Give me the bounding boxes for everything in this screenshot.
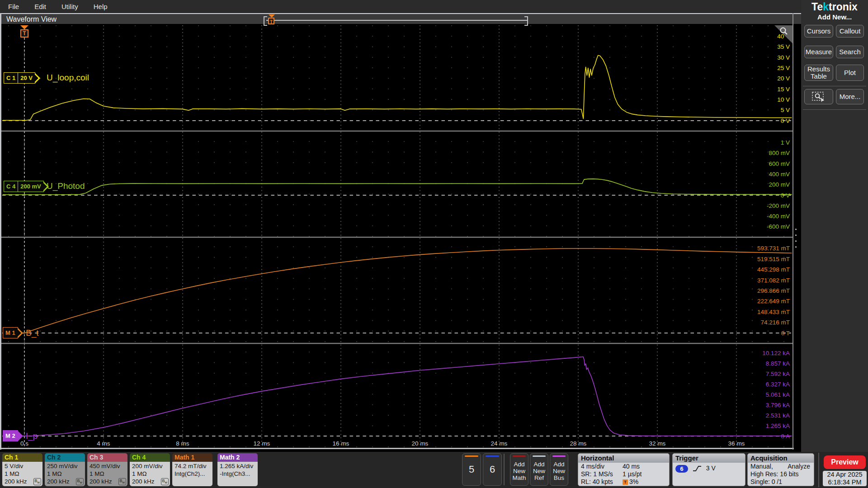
channel-settings-ch1[interactable]: Ch 15 V/div1 MΩ200 kHzBw — [2, 453, 42, 486]
y-tick-label: 371.082 mT — [757, 277, 790, 284]
channel-badge-c4[interactable]: C 4200 mV — [4, 181, 44, 192]
y-tick-label: 519.515 mT — [757, 256, 790, 263]
button-label: Add New Math — [512, 461, 526, 481]
channel-setting-row: 200 mV/div — [132, 462, 170, 470]
channel-setting-row: 250 mV/div — [47, 462, 85, 470]
horizontal-position-line — [266, 20, 527, 21]
sidebar-divider — [803, 86, 866, 86]
channel-settings-math2[interactable]: Math 21.265 kA/div-Intg(Ch3... — [217, 453, 258, 486]
acquisition-mode: High Res: 16 bits — [748, 470, 814, 478]
splitter-handle-dot[interactable] — [795, 240, 797, 242]
magnifier-icon — [779, 26, 789, 36]
channel-badge-m1[interactable]: M 1 — [3, 327, 18, 338]
bandwidth-limit-badge: Bw — [118, 478, 126, 485]
waveform-view-titlebar: Waveform View T — [0, 13, 801, 24]
trace-U_Photod — [3, 179, 792, 195]
waveform-graticule[interactable]: 40 V35 V30 V25 V20 V15 V10 V5 V0 V1 V800… — [0, 0, 868, 488]
channel-badge-id: C 1 — [4, 73, 18, 83]
plot-left-border — [0, 13, 1, 450]
y-tick-label: 20 V — [777, 75, 790, 82]
channel-badge-id: C 4 — [4, 181, 18, 192]
trigger-source-slot-5[interactable]: 5 — [462, 453, 481, 486]
sample-interval: 1 µs/pt — [623, 470, 642, 478]
y-tick-label: 7.592 kA — [766, 371, 790, 377]
channel-badge-m2[interactable]: M 2 — [3, 430, 18, 441]
channel-setting-row: 1 MΩ — [5, 470, 42, 478]
sidebar-divider — [803, 109, 866, 110]
menu-file[interactable]: File — [8, 3, 19, 10]
channel-setting-row: 1 MΩ — [90, 470, 127, 478]
y-tick-label: 15 V — [777, 86, 790, 93]
date-time-display[interactable]: 24 Apr 2025 6:18:34 PM — [823, 471, 867, 486]
preview-button[interactable]: Preview — [824, 455, 866, 469]
acquisition-panel[interactable]: Acquisition Manual, Analyze High Res: 16… — [747, 453, 814, 486]
channel-settings-ch3[interactable]: Ch 3450 mV/div1 MΩ200 kHzBw — [87, 453, 127, 486]
trigger-position-indicator[interactable]: T — [268, 14, 276, 25]
acquisition-panel-title: Acquisition — [748, 454, 814, 463]
settings-bar: Ch 15 V/div1 MΩ200 kHzBwCh 2250 mV/div1 … — [0, 452, 868, 488]
trigger-arrow-icon — [269, 14, 275, 18]
draw-a-box-zoom-corner[interactable] — [774, 25, 793, 43]
channel-scale: 200 mV — [18, 181, 43, 192]
trigger-panel[interactable]: Trigger 6 3 V — [672, 453, 745, 486]
y-tick-label: 222.649 mT — [757, 298, 790, 305]
splitter-handle-dot[interactable] — [795, 235, 797, 236]
x-tick-label: 4 ms — [97, 440, 110, 447]
record-view-right-bracket — [524, 16, 528, 26]
x-tick-label: 16 ms — [333, 440, 349, 447]
horizontal-panel[interactable]: Horizontal 4 ms/div40 ms SR: 1 MS/s1 µs/… — [578, 453, 670, 486]
y-tick-label: 10 V — [777, 96, 790, 103]
results-table-button[interactable]: Results Table — [804, 65, 833, 81]
channel-name: Math 2 — [217, 453, 258, 462]
channel-badge-c1[interactable]: C 120 V — [4, 72, 35, 84]
channel-settings-ch2[interactable]: Ch 2250 mV/div1 MΩ200 kHzBw — [45, 453, 85, 486]
menu-utility[interactable]: Utility — [61, 3, 78, 10]
measure-button[interactable]: Measure — [804, 46, 833, 58]
splitter-handle-dot[interactable] — [795, 229, 797, 230]
y-tick-label: 30 V — [777, 54, 790, 61]
x-tick-label: 12 ms — [254, 440, 270, 447]
area-zoom-button[interactable] — [804, 89, 833, 104]
menu-edit[interactable]: Edit — [34, 3, 46, 10]
trigger-source-badge: 6 — [675, 465, 688, 473]
x-tick-label: 32 ms — [649, 440, 666, 447]
add-new-ref-button[interactable]: Add New Ref — [530, 453, 548, 486]
trigger-level-marker[interactable]: T — [20, 25, 29, 39]
channel-name: Ch 3 — [87, 453, 127, 462]
y-tick-label: 593.731 mT — [757, 245, 790, 252]
trace-label-I_p: I_p — [26, 431, 38, 441]
more-button[interactable]: More... — [836, 89, 864, 104]
trigger-t-icon: T — [268, 18, 274, 24]
menu-help[interactable]: Help — [94, 3, 108, 10]
waveform-view-title: Waveform View — [6, 15, 57, 23]
horizontal-panel-title: Horizontal — [578, 454, 669, 463]
channel-settings-math1[interactable]: Math 174.2 mT/divIntg(Ch2)... — [172, 453, 212, 486]
trace-label-U_Photod: U_Photod — [47, 181, 85, 191]
horizontal-scale: 4 ms/div — [581, 463, 604, 470]
trigger-panel-title: Trigger — [673, 454, 745, 463]
y-tick-label: 5 V — [781, 107, 790, 113]
splitter-handle-dot[interactable] — [795, 246, 797, 248]
record-length: RL: 40 kpts — [581, 478, 613, 485]
trigger-source-slot-6[interactable]: 6 — [483, 453, 502, 486]
channel-setting-row: 74.2 mT/div — [175, 462, 212, 470]
plot-right-splitter[interactable] — [793, 13, 793, 450]
y-tick-label: 25 V — [777, 65, 790, 71]
menu-bar: FileEditUtilityHelp — [0, 0, 801, 13]
plot-button[interactable]: Plot — [836, 65, 864, 81]
bandwidth-limit-badge: Bw — [76, 478, 84, 485]
add-new-bus-button[interactable]: Add New Bus — [550, 453, 568, 486]
channel-setting-row: 1 MΩ — [132, 470, 170, 478]
y-tick-label: 0 A — [781, 433, 790, 440]
channel-settings-ch4[interactable]: Ch 4200 mV/div1 MΩ200 kHzBw — [130, 453, 170, 486]
button-label: Add New Bus — [553, 461, 565, 481]
channel-setting-row: 5 V/div — [5, 462, 42, 470]
cursors-button[interactable]: Cursors — [804, 25, 833, 38]
search-button[interactable]: Search — [836, 46, 864, 58]
y-tick-label: 8.857 kA — [766, 360, 790, 367]
callout-button[interactable]: Callout — [836, 25, 864, 38]
trace-label-U_loop,coil: U_loop,coil — [47, 73, 89, 83]
channel-setting-row: Intg(Ch2)... — [175, 470, 212, 478]
add-new-math-button[interactable]: Add New Math — [510, 453, 528, 486]
trigger-level: 3 V — [706, 465, 716, 472]
